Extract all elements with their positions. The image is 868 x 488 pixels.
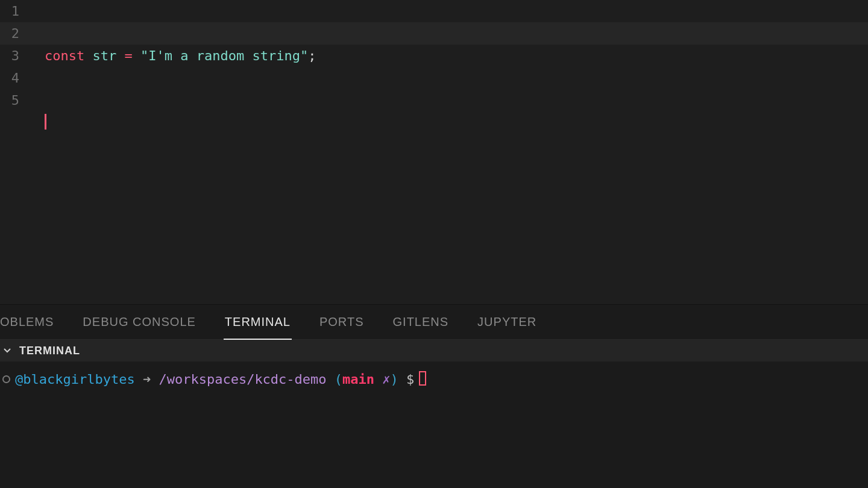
workbench: 1 2 3 4 5 const str = "I'm a random stri… [0, 0, 868, 488]
chevron-down-icon [2, 345, 13, 356]
token-keyword: const [45, 48, 84, 63]
line-number: 5 [0, 89, 36, 111]
line-number-gutter: 1 2 3 4 5 [0, 0, 36, 111]
line-number: 1 [0, 0, 36, 22]
tab-jupyter[interactable]: JUPYTER [477, 305, 536, 339]
line-number: 2 [0, 22, 36, 45]
code-editor[interactable]: 1 2 3 4 5 const str = "I'm a random stri… [0, 0, 868, 304]
code-line[interactable] [45, 245, 868, 267]
line-number: 3 [0, 45, 36, 67]
tab-debug-console[interactable]: DEBUG CONSOLE [83, 305, 195, 339]
code-line[interactable] [45, 178, 868, 201]
prompt-circle-icon [2, 375, 10, 383]
token-identifier: str [92, 48, 116, 63]
token-string: "I'm a random string" [140, 48, 308, 63]
tab-gitlens[interactable]: GITLENS [393, 305, 449, 339]
code-line[interactable]: const str = "I'm a random string"; [45, 45, 868, 67]
code-line[interactable] [45, 111, 868, 134]
token-operator: = [124, 48, 132, 63]
token-punct: ; [308, 48, 316, 63]
tab-terminal[interactable]: TERMINAL [225, 305, 291, 339]
tab-ports[interactable]: PORTS [319, 305, 364, 339]
editor-cursor [45, 114, 46, 130]
tab-problems[interactable]: OBLEMS [0, 305, 54, 339]
line-number: 4 [0, 67, 36, 89]
terminal-output[interactable]: @blackgirlbytes ➜ /workspaces/kcdc-demo … [0, 361, 868, 488]
